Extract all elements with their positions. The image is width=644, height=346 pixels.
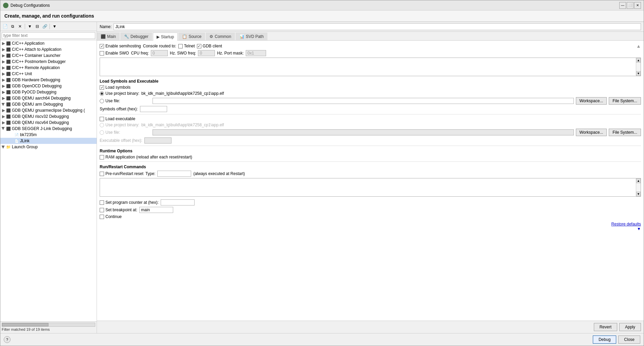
- scroll-up2[interactable]: ▲: [636, 178, 641, 183]
- tab-svd-path[interactable]: 📊 SVD Path: [236, 33, 267, 40]
- tree-item-gdb-openocd[interactable]: ▶ ⬛ GDB OpenOCD Debugging: [0, 83, 97, 89]
- tree-item-gdb-segger[interactable]: ▶ ⬛ GDB SEGGER J-Link Debugging: [0, 126, 97, 132]
- tree-item-gdb-pyocd[interactable]: ▶ ⬛ GDB PyOCD Debugging: [0, 89, 97, 95]
- horizontal-scrollbar[interactable]: [2, 323, 95, 327]
- close-window-button[interactable]: ✕: [634, 2, 641, 9]
- cpu-freq-input[interactable]: [151, 50, 168, 56]
- expand-arrow: ▶: [2, 47, 5, 52]
- tree-item-launch-group[interactable]: ▶ 📁 Launch Group: [0, 144, 97, 150]
- expand-arrow: ▶: [1, 145, 6, 149]
- tree-item-gdb-qemu-arm[interactable]: ▶ ⬛ GDB QEMU arm Debugging: [0, 101, 97, 107]
- startup-icon: ▶: [157, 35, 160, 39]
- run-restart-title: Run/Restart Commands: [100, 165, 641, 169]
- name-input[interactable]: [114, 23, 641, 30]
- pre-run-checkbox[interactable]: [100, 172, 104, 176]
- ram-application-checkbox[interactable]: [100, 155, 104, 159]
- use-file-radio[interactable]: [100, 99, 104, 103]
- gdb-client-checkbox[interactable]: [197, 44, 201, 48]
- help-button[interactable]: ?: [4, 336, 11, 343]
- collapse-button[interactable]: ⊟: [34, 23, 41, 30]
- use-project-binary-radio2[interactable]: [100, 123, 104, 127]
- tree-item-cpp-app[interactable]: ▶ ⬛ C/C++ Application: [0, 40, 97, 46]
- continue-checkbox[interactable]: [100, 215, 104, 219]
- maximize-button[interactable]: ⬜: [627, 2, 633, 9]
- scroll-down2[interactable]: ▼: [636, 192, 641, 196]
- scroll-up-arrow[interactable]: ▲: [636, 43, 641, 49]
- expand-arrow-segger: ▶: [1, 127, 6, 130]
- filter-input[interactable]: [2, 32, 95, 39]
- workspace-btn2[interactable]: Workspace...: [576, 129, 607, 136]
- minimize-button[interactable]: —: [619, 2, 626, 9]
- file-system-btn1[interactable]: File System...: [609, 97, 641, 105]
- revert-button[interactable]: Revert: [594, 323, 617, 331]
- link-button[interactable]: 🔗: [41, 23, 48, 30]
- tree-item-cpp-remote[interactable]: ▶ ⬛ C/C++ Remote Application: [0, 65, 97, 71]
- swo-freq-input[interactable]: [198, 50, 215, 56]
- tree-item-cpp-postmortem[interactable]: ▶ ⬛ C/C++ Postmortem Debugger: [0, 59, 97, 65]
- breakpoint-checkbox[interactable]: [100, 208, 104, 212]
- scrollbar-thumb[interactable]: [2, 323, 48, 326]
- tab-label: Main: [107, 34, 116, 39]
- tree-item-gdb-qemu-rv32[interactable]: ▶ ⬛ GDB QEMU riscv32 Debugging: [0, 113, 97, 120]
- workspace-btn1[interactable]: Workspace...: [576, 97, 607, 105]
- tree-item-cpp-unit[interactable]: ▶ ⬛ C/C++ Unit: [0, 71, 97, 77]
- filter-button[interactable]: ▼: [26, 23, 33, 30]
- symbols-offset-input[interactable]: [140, 106, 167, 112]
- use-project-binary-radio[interactable]: [100, 91, 104, 96]
- semihosting-row: Enable semihosting Console routed to: Te…: [100, 43, 641, 49]
- load-symbols-label: Load symbols: [100, 85, 130, 90]
- tab-source[interactable]: 📋 Source: [178, 33, 205, 40]
- enable-semihosting-checkbox[interactable]: [100, 44, 104, 48]
- load-symbols-title: Load Symbols and Executable: [100, 79, 641, 84]
- use-file-input[interactable]: [153, 98, 574, 104]
- program-counter-row: Set program counter at (hex):: [100, 199, 641, 206]
- tree-label: Launch Group: [12, 145, 38, 149]
- tree-item-jlink[interactable]: ▶ 📄 JLink: [0, 138, 97, 144]
- tree-item-gdb-hw[interactable]: ▶ ⬛ GDB Hardware Debugging: [0, 77, 97, 83]
- delete-button[interactable]: ✕: [17, 23, 23, 30]
- apply-button[interactable]: Apply: [619, 323, 641, 331]
- tree-item-bk7235m[interactable]: ▶ 📄 bk7235m: [0, 132, 97, 138]
- tree-item-gdb-qemu-gnu[interactable]: ▶ ⬛ GDB QEMU gnuarmeclipse Debugging (: [0, 107, 97, 113]
- file-system-btn2[interactable]: File System...: [609, 129, 641, 136]
- load-executable-text: Load executable: [105, 116, 135, 121]
- restore-defaults-link[interactable]: Restore defaults: [100, 222, 641, 226]
- debug-button[interactable]: Debug: [593, 336, 616, 344]
- run-restart-scrollbar[interactable]: ▲ ▼: [636, 178, 641, 196]
- program-counter-checkbox[interactable]: [100, 200, 104, 205]
- tree-item-gdb-qemu-rv64[interactable]: ▶ ⬛ GDB QEMU riscv64 Debugging: [0, 120, 97, 126]
- tree-item-cpp-attach[interactable]: ▶ ⬛ C/C++ Attach to Application: [0, 46, 97, 52]
- close-button[interactable]: Close: [618, 336, 640, 344]
- tree-item-gdb-qemu-aarch64[interactable]: ▶ ⬛ GDB QEMU aarch64 Debugging: [0, 95, 97, 101]
- run-restart-textarea[interactable]: [100, 178, 636, 196]
- tab-main[interactable]: ⬛ Main: [97, 33, 120, 40]
- new-config-button[interactable]: 📄: [2, 23, 8, 30]
- tree-label: C/C++ Container Launcher: [12, 53, 60, 58]
- scroll-up[interactable]: ▲: [636, 58, 641, 63]
- textarea-scrollbar[interactable]: ▲ ▼: [636, 58, 641, 76]
- breakpoint-input[interactable]: [139, 207, 173, 213]
- swo-text-area[interactable]: [100, 58, 636, 76]
- use-file-input2[interactable]: [153, 129, 574, 135]
- load-symbols-checkbox[interactable]: [100, 85, 104, 90]
- child-icon: 📄: [14, 132, 19, 137]
- type-input[interactable]: [157, 171, 191, 177]
- telnet-checkbox[interactable]: [178, 44, 183, 48]
- expand-arrow: ▶: [2, 53, 5, 58]
- use-file-radio2[interactable]: [100, 130, 104, 135]
- port-mask-input[interactable]: [246, 50, 266, 56]
- right-panel: Name: ⬛ Main 🔧 Debugger ▶ Startup: [97, 22, 644, 333]
- duplicate-button[interactable]: ⧉: [9, 23, 16, 30]
- tab-debugger[interactable]: 🔧 Debugger: [120, 33, 152, 40]
- tab-startup[interactable]: ▶ Startup: [153, 33, 178, 41]
- tab-common[interactable]: ⚙ Common: [206, 33, 235, 40]
- settings-button[interactable]: ▼: [51, 23, 58, 30]
- enable-swo-checkbox[interactable]: [100, 51, 104, 56]
- scroll-down[interactable]: ▼: [636, 71, 641, 76]
- load-symbols-text: Load symbols: [105, 85, 130, 90]
- divider2: [100, 146, 641, 146]
- program-counter-input[interactable]: [161, 199, 195, 206]
- tree-item-cpp-container[interactable]: ▶ ⬛ C/C++ Container Launcher: [0, 52, 97, 59]
- executable-offset-input[interactable]: [144, 137, 172, 144]
- load-executable-checkbox[interactable]: [100, 117, 104, 121]
